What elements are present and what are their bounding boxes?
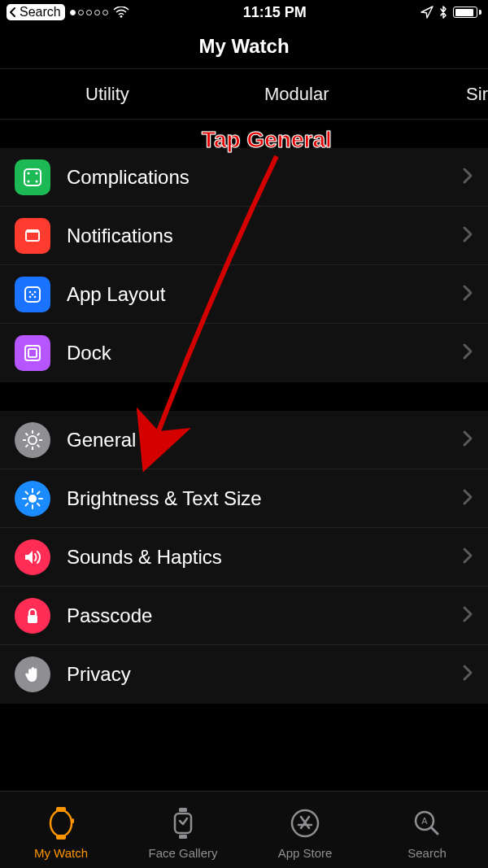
row-label: Brightness & Text Size bbox=[67, 487, 462, 510]
svg-rect-38 bbox=[72, 818, 74, 823]
face-simple[interactable]: Sir bbox=[466, 84, 488, 105]
app-layout-icon bbox=[15, 277, 50, 312]
svg-line-32 bbox=[26, 504, 28, 506]
row-general[interactable]: General bbox=[0, 411, 488, 469]
chevron-right-icon bbox=[462, 664, 473, 685]
svg-point-3 bbox=[36, 172, 38, 174]
search-icon: A bbox=[411, 805, 443, 841]
svg-point-0 bbox=[120, 15, 122, 18]
svg-line-30 bbox=[26, 491, 28, 494]
gear-icon bbox=[15, 422, 50, 458]
row-label: Sounds & Haptics bbox=[67, 546, 462, 569]
row-complications[interactable]: Complications bbox=[0, 148, 488, 207]
hand-icon bbox=[15, 656, 50, 692]
svg-line-45 bbox=[431, 827, 438, 834]
sounds-icon bbox=[15, 539, 50, 575]
svg-point-12 bbox=[34, 295, 37, 298]
svg-rect-34 bbox=[28, 615, 37, 623]
nav-header: My Watch bbox=[0, 24, 488, 69]
notifications-icon bbox=[15, 218, 50, 254]
lock-icon bbox=[15, 598, 50, 634]
page-title: My Watch bbox=[198, 35, 289, 58]
status-bar: Search 11:15 PM bbox=[0, 0, 488, 24]
svg-rect-40 bbox=[179, 808, 187, 812]
dock-icon bbox=[15, 335, 50, 371]
tab-label: Search bbox=[407, 846, 447, 860]
row-app-layout[interactable]: App Layout bbox=[0, 265, 488, 324]
svg-point-16 bbox=[28, 436, 37, 444]
svg-rect-37 bbox=[56, 835, 66, 840]
svg-point-2 bbox=[28, 172, 30, 174]
chevron-right-icon bbox=[462, 488, 473, 509]
tab-search[interactable]: A Search bbox=[366, 792, 488, 868]
watch-icon bbox=[45, 805, 77, 841]
face-gallery-icon bbox=[167, 805, 199, 841]
status-time: 11:15 PM bbox=[243, 4, 307, 21]
svg-point-4 bbox=[28, 180, 30, 182]
wifi-icon bbox=[113, 7, 129, 18]
svg-line-21 bbox=[26, 433, 28, 435]
row-label: General bbox=[67, 429, 462, 451]
row-notifications[interactable]: Notifications bbox=[0, 207, 488, 265]
row-passcode[interactable]: Passcode bbox=[0, 587, 488, 645]
svg-point-9 bbox=[29, 290, 32, 293]
chevron-right-icon bbox=[462, 225, 473, 246]
tab-my-watch[interactable]: My Watch bbox=[0, 792, 122, 868]
settings-section-1: Complications Notifications App Layout bbox=[0, 148, 488, 382]
back-to-app-button[interactable]: Search bbox=[7, 4, 65, 20]
app-store-icon bbox=[289, 805, 321, 841]
watch-faces-carousel[interactable]: Utility Modular Sir bbox=[0, 69, 488, 120]
row-label: Complications bbox=[67, 166, 462, 189]
svg-point-35 bbox=[50, 810, 72, 836]
svg-rect-15 bbox=[28, 349, 37, 357]
svg-rect-14 bbox=[25, 346, 40, 360]
chevron-right-icon bbox=[462, 605, 473, 626]
tab-label: App Store bbox=[278, 846, 333, 860]
svg-point-10 bbox=[34, 290, 37, 293]
row-label: Notifications bbox=[67, 225, 462, 247]
tab-app-store[interactable]: App Store bbox=[244, 792, 366, 868]
tab-label: Face Gallery bbox=[148, 846, 217, 860]
svg-line-33 bbox=[37, 491, 40, 494]
row-privacy[interactable]: Privacy bbox=[0, 645, 488, 704]
svg-point-25 bbox=[28, 495, 37, 503]
location-icon bbox=[420, 6, 434, 19]
svg-point-5 bbox=[36, 180, 38, 182]
row-dock[interactable]: Dock bbox=[0, 324, 488, 382]
brightness-icon bbox=[15, 481, 50, 517]
svg-point-13 bbox=[32, 293, 34, 295]
chevron-right-icon bbox=[462, 342, 473, 364]
tab-face-gallery[interactable]: Face Gallery bbox=[122, 792, 244, 868]
battery-icon bbox=[453, 7, 481, 18]
svg-line-31 bbox=[37, 504, 40, 506]
row-label: Privacy bbox=[67, 663, 462, 686]
row-label: Passcode bbox=[67, 604, 462, 627]
row-label: Dock bbox=[67, 342, 462, 364]
svg-point-11 bbox=[29, 295, 32, 298]
row-label: App Layout bbox=[67, 283, 462, 306]
svg-rect-1 bbox=[24, 169, 41, 185]
svg-line-23 bbox=[26, 444, 28, 447]
svg-text:A: A bbox=[421, 816, 428, 826]
tab-label: My Watch bbox=[34, 846, 88, 860]
svg-line-24 bbox=[37, 433, 40, 435]
bluetooth-icon bbox=[438, 5, 448, 20]
row-sounds[interactable]: Sounds & Haptics bbox=[0, 528, 488, 587]
settings-section-2: General Brightness & Text Size Sounds & … bbox=[0, 411, 488, 704]
tab-bar: My Watch Face Gallery App Store A Search bbox=[0, 791, 488, 868]
chevron-right-icon bbox=[462, 430, 473, 451]
chevron-right-icon bbox=[462, 167, 473, 188]
svg-rect-7 bbox=[26, 229, 39, 233]
face-utility[interactable]: Utility bbox=[85, 84, 129, 105]
chevron-right-icon bbox=[462, 547, 473, 568]
row-brightness[interactable]: Brightness & Text Size bbox=[0, 469, 488, 528]
svg-line-22 bbox=[37, 444, 40, 447]
chevron-right-icon bbox=[462, 284, 473, 305]
cell-signal-icon bbox=[70, 10, 108, 15]
svg-rect-36 bbox=[56, 807, 66, 812]
face-modular[interactable]: Modular bbox=[264, 84, 329, 105]
back-label: Search bbox=[20, 5, 61, 20]
complications-icon bbox=[15, 159, 50, 195]
svg-rect-41 bbox=[179, 835, 187, 839]
